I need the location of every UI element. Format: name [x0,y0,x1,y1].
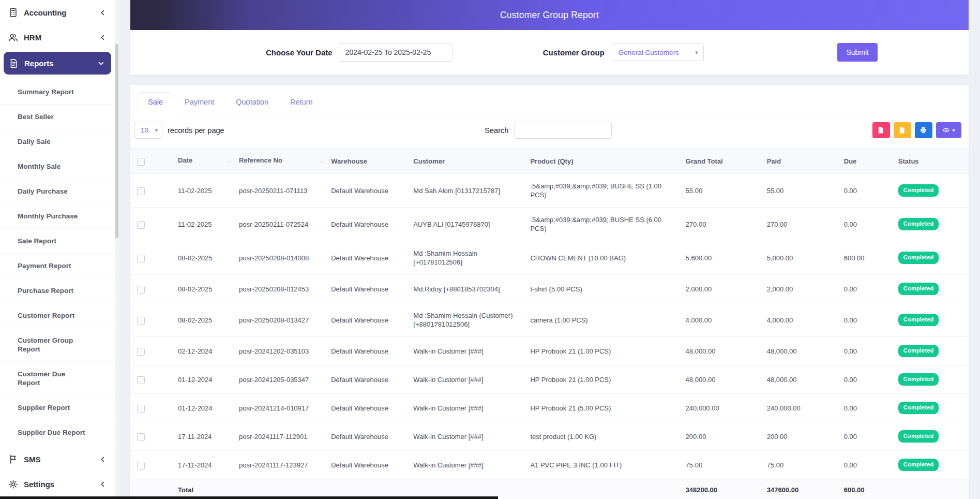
cell-product: A1 PVC PIPE 3 INC (1.00 FIT) [530,451,685,479]
sidebar-scrollbar[interactable] [115,0,119,499]
cell-warehouse: Default Warehouse [331,174,413,208]
file-icon [898,126,906,134]
export-pdf-button[interactable] [872,122,890,138]
chevron-down-icon: ▾ [155,127,158,133]
chevron-left-icon [99,34,107,41]
cell-date: 01-12-2024 [178,394,239,422]
status-badge: Completed [898,459,939,471]
row-checkbox[interactable] [137,255,145,262]
date-label: Choose Your Date [266,48,333,57]
page-size-select[interactable]: 10 ▾ [134,122,162,139]
sort-icon[interactable]: ↑↓ [319,157,323,166]
row-checkbox[interactable] [137,286,145,293]
sidebar-subitem[interactable]: Summary Report [0,80,115,105]
cell-paid: 2,000.00 [767,275,844,303]
row-checkbox[interactable] [137,376,145,384]
sidebar-subitem[interactable]: Supplier Due Report [0,420,115,445]
cell-paid: 5,000.00 [767,241,844,275]
column-header-date[interactable]: Date↑↓ [178,149,239,174]
sidebar-item-reports[interactable]: Reports [4,52,111,75]
cell-date: 11-02-2025 [178,174,239,208]
customer-group-select[interactable]: General Customers ▾ [612,43,704,61]
tab-payment[interactable]: Payment [174,92,224,112]
chevron-down-icon: ▾ [952,128,955,133]
cell-due: 0.00 [844,208,898,241]
date-range-input[interactable]: 2024-02-25 To 2025-02-25 [339,43,453,62]
total-paid: 347600.00 [767,479,844,499]
sidebar-item-sms[interactable]: SMS [0,447,115,472]
cell-warehouse: Default Warehouse [331,303,413,337]
sidebar-subitem[interactable]: Monthly Sale [0,154,115,179]
cell-grand-total: 2,000.00 [686,275,767,303]
cell-grand-total: 200.00 [686,422,767,451]
sidebar-subitem[interactable]: Sale Report [0,229,115,254]
table-controls: 10 ▾ records per page Search [130,112,969,148]
pdf-file-icon [877,126,885,134]
cell-date: 01-12-2024 [178,365,239,394]
row-checkbox[interactable] [137,348,145,356]
sidebar-subitem[interactable]: Purchase Report [0,278,115,303]
chevron-left-icon [99,480,107,488]
row-checkbox[interactable] [137,317,145,325]
export-excel-button[interactable] [894,122,911,138]
sidebar-item-accounting[interactable]: Accounting [0,0,115,25]
sidebar-subitem[interactable]: Payment Report [0,254,115,278]
tab-bar: Sale Payment Quotation Return [130,85,969,112]
status-badge: Completed [898,430,939,443]
row-checkbox[interactable] [137,405,145,413]
select-all-checkbox[interactable] [137,158,145,166]
column-header-status: Status [898,149,969,174]
sidebar-subitem[interactable]: Customer Due Report [0,362,115,395]
row-checkbox[interactable] [137,187,145,195]
sidebar-subitem[interactable]: Customer Report [0,303,115,328]
records-per-page-label: records per page [168,126,224,135]
cell-paid: 200.00 [767,422,844,451]
column-header-reference[interactable]: Reference No↑↓ [239,149,331,174]
cell-customer: Md Sah Alom [01317215787] [413,174,530,208]
tab-return[interactable]: Return [280,92,323,112]
cell-reference: posr-20250211-071113 [239,174,331,208]
page-title: Customer Group Report [500,10,599,21]
sidebar-subitem[interactable]: Customer Group Report [0,328,115,362]
table-row: 17-11-2024 posr-20241117-112901 Default … [130,422,969,451]
column-header-paid: Paid [767,149,844,174]
cell-reference: posr-20241205-035347 [239,365,331,394]
cell-customer: AUYB ALI [01745976870] [413,208,530,241]
filter-panel: Choose Your Date 2024-02-25 To 2025-02-2… [130,30,969,75]
sidebar-item-hrm[interactable]: HRM [0,25,115,50]
sidebar-subitem[interactable]: Best Seller [0,105,115,129]
tab-sale[interactable]: Sale [138,92,173,112]
sidebar-subitem[interactable]: Monthly Purchase [0,204,115,229]
cell-paid: 270.00 [767,208,844,241]
sidebar: Accounting HRM Reports [0,0,115,499]
cell-grand-total: 75.00 [686,451,767,479]
cell-date: 17-11-2024 [178,451,239,479]
search-input[interactable] [515,122,612,139]
scrollbar-thumb[interactable] [115,44,118,238]
bottom-scrollbar[interactable] [0,496,498,499]
tab-quotation[interactable]: Quotation [225,92,279,112]
column-visibility-button[interactable]: ▾ [936,122,961,138]
cell-grand-total: 4,000.00 [686,303,767,337]
cell-warehouse: Default Warehouse [331,337,413,365]
status-badge: Completed [898,252,939,264]
table-header-row: Date↑↓ Reference No↑↓ Warehouse Customer… [130,149,969,174]
cell-due: 0.00 [844,422,898,451]
cell-reference: posr-20250208-014008 [239,241,331,275]
row-checkbox[interactable] [137,462,145,469]
submit-button[interactable]: Submit [837,43,878,62]
sort-icon[interactable]: ↑↓ [227,157,231,166]
print-button[interactable] [915,122,932,138]
sidebar-subitem[interactable]: Supplier Report [0,395,115,420]
row-checkbox[interactable] [137,221,145,229]
search-group: Search [485,122,612,139]
sidebar-item-settings[interactable]: Settings [0,472,115,496]
sidebar-subitem[interactable]: Daily Purchase [0,179,115,204]
cell-product: camera (1.00 PCS) [530,303,685,337]
app-root: Accounting HRM Reports [0,0,980,499]
table-row: 17-11-2024 posr-20241117-123927 Default … [130,451,969,479]
cell-reference: posr-20250208-012453 [239,275,331,303]
row-checkbox[interactable] [137,433,145,441]
sidebar-subitem[interactable]: Daily Sale [0,129,115,154]
cell-due: 0.00 [844,303,898,337]
